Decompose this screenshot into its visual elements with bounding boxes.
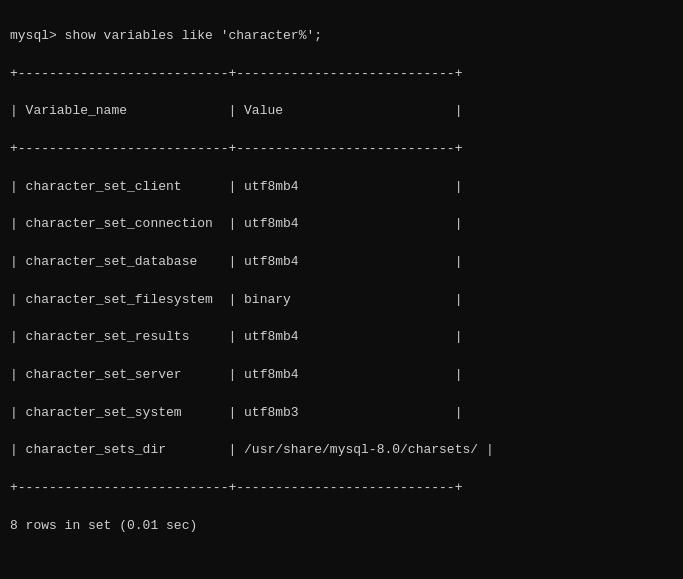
table1-header: | Variable_name | Value | bbox=[10, 103, 462, 118]
table1-row-3: | character_set_filesystem | binary | bbox=[10, 292, 462, 307]
query1: mysql> show variables like 'character%'; bbox=[10, 28, 322, 43]
table1-border-mid: +---------------------------+-----------… bbox=[10, 141, 462, 156]
terminal-output: mysql> show variables like 'character%';… bbox=[10, 8, 673, 579]
table1-row-5: | character_set_server | utf8mb4 | bbox=[10, 367, 462, 382]
table1-row-6: | character_set_system | utf8mb3 | bbox=[10, 405, 462, 420]
table1-row-1: | character_set_connection | utf8mb4 | bbox=[10, 216, 462, 231]
table1-row-7: | character_sets_dir | /usr/share/mysql-… bbox=[10, 442, 494, 457]
table1-border-top: +---------------------------+-----------… bbox=[10, 66, 462, 81]
table1-row-2: | character_set_database | utf8mb4 | bbox=[10, 254, 462, 269]
table1-border-bot: +---------------------------+-----------… bbox=[10, 480, 462, 495]
table1-row-0: | character_set_client | utf8mb4 | bbox=[10, 179, 462, 194]
table1-rowcount: 8 rows in set (0.01 sec) bbox=[10, 518, 197, 533]
table1-row-4: | character_set_results | utf8mb4 | bbox=[10, 329, 462, 344]
